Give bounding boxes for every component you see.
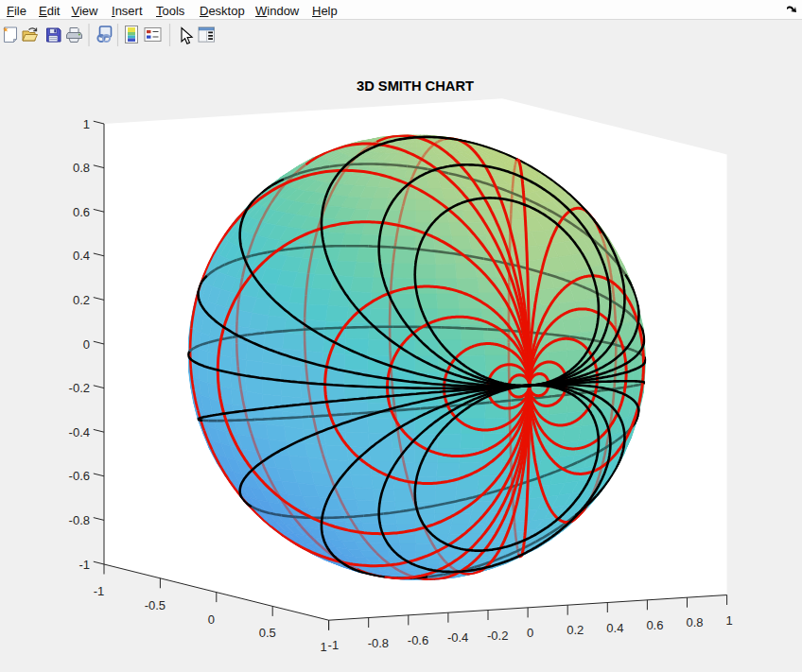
svg-text:-0.4: -0.4 — [447, 630, 468, 645]
svg-text:0.2: 0.2 — [73, 293, 90, 307]
svg-text:0.8: 0.8 — [73, 161, 90, 175]
svg-text:0: 0 — [83, 337, 90, 352]
svg-text:1: 1 — [726, 613, 733, 628]
svg-text:0: 0 — [208, 612, 215, 627]
svg-text:-0.8: -0.8 — [69, 513, 90, 527]
svg-text:-0.6: -0.6 — [408, 633, 428, 647]
svg-text:-1: -1 — [78, 558, 90, 572]
svg-text:-1: -1 — [328, 638, 340, 652]
svg-text:1: 1 — [83, 117, 90, 131]
svg-text:-0.8: -0.8 — [368, 636, 389, 650]
svg-text:0.5: 0.5 — [259, 626, 276, 640]
svg-text:0.4: 0.4 — [606, 621, 623, 635]
svg-text:3D SMITH CHART: 3D SMITH CHART — [357, 78, 474, 94]
svg-text:-0.5: -0.5 — [145, 598, 166, 612]
svg-text:0.8: 0.8 — [687, 615, 704, 629]
svg-text:-1: -1 — [94, 584, 105, 598]
svg-text:-0.4: -0.4 — [69, 425, 90, 439]
svg-text:0.2: 0.2 — [567, 623, 584, 637]
svg-text:0.4: 0.4 — [73, 249, 90, 263]
svg-text:-0.2: -0.2 — [69, 381, 90, 395]
svg-text:1: 1 — [320, 640, 326, 654]
svg-text:-0.2: -0.2 — [487, 629, 508, 643]
svg-text:0.6: 0.6 — [646, 618, 663, 632]
svg-text:-0.6: -0.6 — [69, 469, 90, 483]
svg-text:0: 0 — [527, 626, 533, 640]
svg-text:0.6: 0.6 — [73, 205, 90, 219]
